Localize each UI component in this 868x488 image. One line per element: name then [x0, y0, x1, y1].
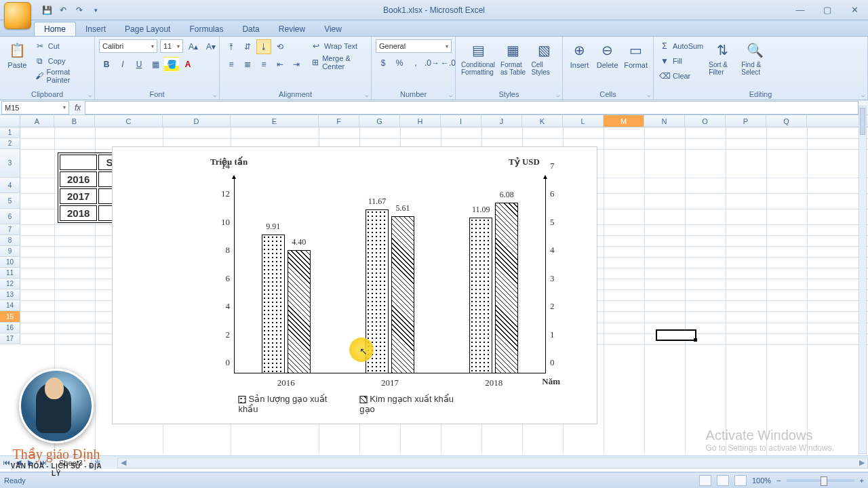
- row-header-15[interactable]: 15: [0, 311, 20, 323]
- col-header-D[interactable]: D: [163, 115, 231, 127]
- paste-button[interactable]: 📋 Paste: [4, 39, 31, 70]
- bold-button[interactable]: B: [99, 57, 114, 72]
- redo-icon[interactable]: ↷: [73, 4, 85, 16]
- cell-styles-button[interactable]: ▧Cell Styles: [530, 39, 558, 77]
- merge-center-button[interactable]: ⊞Merge & Center: [309, 56, 367, 69]
- find-select-button[interactable]: 🔍Find & Select: [740, 39, 770, 77]
- align-center-button[interactable]: ≣: [240, 57, 255, 72]
- row-header-1[interactable]: 1: [0, 127, 20, 138]
- spreadsheet-grid[interactable]: ABCDEFGHIJKLMNOPQ 1234567891011121314151…: [0, 115, 868, 454]
- col-header-J[interactable]: J: [481, 115, 522, 127]
- col-header-B[interactable]: B: [54, 115, 95, 127]
- tab-formulas[interactable]: Formulas: [180, 22, 233, 36]
- vertical-scrollbar[interactable]: [859, 106, 867, 454]
- tab-review[interactable]: Review: [269, 22, 315, 36]
- maximize-button[interactable]: ▢: [814, 3, 841, 17]
- italic-button[interactable]: I: [115, 57, 130, 72]
- row-header-2[interactable]: 2: [0, 138, 20, 149]
- col-header-F[interactable]: F: [319, 115, 359, 127]
- currency-button[interactable]: $: [376, 56, 391, 70]
- row-header-11[interactable]: 11: [0, 268, 20, 279]
- row-header-10[interactable]: 10: [0, 257, 20, 268]
- percent-button[interactable]: %: [392, 56, 407, 70]
- font-size-combo[interactable]: 11▾: [160, 39, 183, 53]
- col-header-G[interactable]: G: [359, 115, 400, 127]
- grow-font-button[interactable]: A▴: [186, 39, 201, 54]
- inc-decimal-button[interactable]: .0→: [425, 56, 439, 70]
- align-top-button[interactable]: ⭱: [224, 39, 239, 54]
- tab-page-layout[interactable]: Page Layout: [115, 22, 180, 36]
- row-header-5[interactable]: 5: [0, 193, 20, 209]
- underline-button[interactable]: U: [132, 57, 146, 72]
- fill-button[interactable]: ▼Fill: [658, 54, 705, 68]
- view-normal-button[interactable]: [699, 475, 711, 486]
- autosum-button[interactable]: ΣAutoSum: [658, 39, 705, 53]
- row-header-6[interactable]: 6: [0, 209, 20, 224]
- align-middle-button[interactable]: ⇵: [240, 39, 255, 54]
- zoom-slider[interactable]: [787, 479, 854, 482]
- row-header-7[interactable]: 7: [0, 224, 20, 235]
- row-header-3[interactable]: 3: [0, 149, 20, 178]
- clear-button[interactable]: ⌫Clear: [658, 69, 705, 83]
- conditional-formatting-button[interactable]: ▤Conditional Formatting: [460, 39, 496, 77]
- insert-cells-button[interactable]: ⊕Insert: [567, 39, 592, 70]
- font-color-button[interactable]: A: [180, 57, 195, 72]
- row-header-13[interactable]: 13: [0, 289, 20, 300]
- col-header-K[interactable]: K: [522, 115, 563, 127]
- indent-dec-button[interactable]: ⇤: [273, 57, 288, 72]
- indent-inc-button[interactable]: ⇥: [289, 57, 304, 72]
- tab-home[interactable]: Home: [34, 22, 76, 36]
- minimize-button[interactable]: —: [787, 3, 814, 17]
- shrink-font-button[interactable]: A▾: [203, 39, 218, 54]
- zoom-out-button[interactable]: −: [776, 476, 781, 485]
- format-painter-button[interactable]: 🖌Format Painter: [33, 69, 90, 83]
- align-left-button[interactable]: ≡: [224, 57, 239, 72]
- active-cell[interactable]: [656, 329, 696, 341]
- align-right-button[interactable]: ≡: [256, 57, 271, 72]
- number-format-combo[interactable]: General▾: [376, 39, 452, 53]
- chart-object[interactable]: Triệu tấn Tỷ USD 02468101214012345672016…: [112, 146, 597, 424]
- tab-data[interactable]: Data: [233, 22, 269, 36]
- col-header-A[interactable]: A: [20, 115, 54, 127]
- col-header-C[interactable]: C: [95, 115, 163, 127]
- col-header-P[interactable]: P: [726, 115, 766, 127]
- col-header-M[interactable]: M: [604, 115, 644, 127]
- copy-button[interactable]: ⧉Copy: [33, 54, 90, 68]
- view-break-button[interactable]: [734, 475, 747, 486]
- fx-icon[interactable]: fx: [71, 103, 85, 113]
- row-header-12[interactable]: 12: [0, 279, 20, 289]
- col-header-O[interactable]: O: [685, 115, 726, 127]
- tab-insert[interactable]: Insert: [76, 22, 115, 36]
- close-button[interactable]: ✕: [841, 3, 868, 17]
- row-header-8[interactable]: 8: [0, 235, 20, 246]
- col-header-Q[interactable]: Q: [766, 115, 807, 127]
- col-header-H[interactable]: H: [400, 115, 441, 127]
- row-header-17[interactable]: 17: [0, 333, 20, 344]
- col-header-N[interactable]: N: [644, 115, 685, 127]
- office-button[interactable]: [4, 2, 31, 29]
- name-box[interactable]: M15▾: [1, 101, 69, 115]
- col-header-L[interactable]: L: [563, 115, 604, 127]
- zoom-in-button[interactable]: +: [860, 476, 864, 485]
- sort-filter-button[interactable]: ⇅Sort & Filter: [707, 39, 737, 77]
- row-header-4[interactable]: 4: [0, 178, 20, 193]
- wrap-text-button[interactable]: ↩Wrap Text: [309, 39, 367, 53]
- row-header-9[interactable]: 9: [0, 246, 20, 257]
- undo-icon[interactable]: ↶: [57, 4, 69, 16]
- format-table-button[interactable]: ▦Format as Table: [499, 39, 527, 77]
- orientation-button[interactable]: ⟲: [273, 39, 288, 54]
- horizontal-scrollbar[interactable]: ◀▶: [117, 458, 868, 468]
- select-all-corner[interactable]: [0, 115, 20, 127]
- formula-input[interactable]: [85, 101, 859, 115]
- format-cells-button[interactable]: ▭Format: [623, 39, 649, 70]
- cut-button[interactable]: ✂Cut: [33, 39, 90, 53]
- view-layout-button[interactable]: [717, 475, 729, 486]
- save-icon[interactable]: 💾: [41, 4, 53, 16]
- tab-view[interactable]: View: [315, 22, 351, 36]
- col-header-E[interactable]: E: [231, 115, 319, 127]
- fill-color-button[interactable]: 🪣: [164, 57, 179, 72]
- col-header-I[interactable]: I: [441, 115, 481, 127]
- border-button[interactable]: ▦: [148, 57, 163, 72]
- qat-dropdown-icon[interactable]: ▾: [90, 4, 102, 16]
- row-header-16[interactable]: 16: [0, 323, 20, 333]
